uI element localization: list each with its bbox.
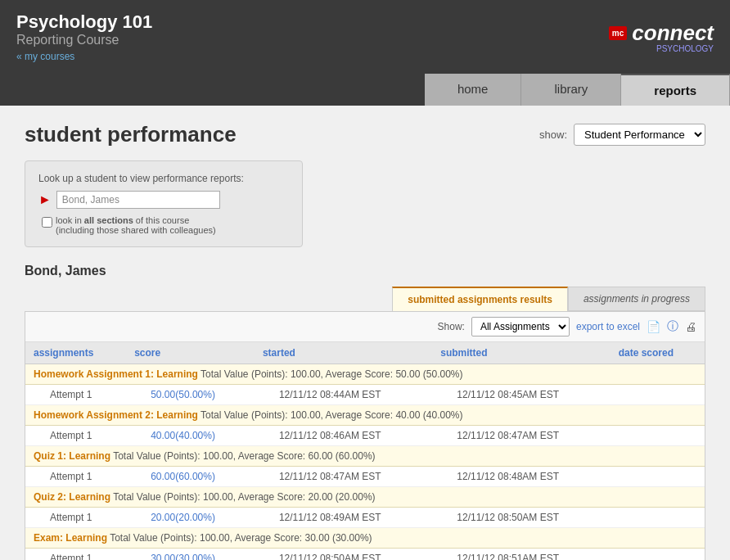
attempt-score: 50.00(50.00%) [126,385,255,405]
assignment-row: Exam: Learning Total Value (Points): 100… [25,528,705,549]
tab-progress-label: assignments in progress [584,293,690,305]
col-submitted: submitted [432,342,610,364]
score-link[interactable]: 60.00(60.00%) [151,471,215,482]
col-started: started [255,342,432,364]
header: Psychology 101 Reporting Course « my cou… [0,0,730,74]
tab-reports[interactable]: reports [621,74,730,106]
toolbar-show-label: Show: [438,321,465,332]
col-assignments: assignments [25,342,126,364]
attempt-started: 12/11/12 08:44AM EST [255,385,432,405]
print-icon[interactable]: 🖨 [685,320,696,333]
col-date-scored: date scored [611,342,705,364]
assignment-info: Total Value (Points): 100.00, Average Sc… [113,450,375,462]
attempt-submitted: 12/11/12 08:47AM EST [432,426,610,446]
assignment-info: Total Value (Points): 100.00, Average Sc… [201,409,462,421]
score-link[interactable]: 50.00(50.00%) [151,389,215,400]
attempt-label: Attempt 1 [25,549,126,561]
course-subtitle: Reporting Course [16,33,152,47]
assignment-info: Total Value (Points): 100.00, Average Sc… [110,532,372,544]
lookup-input-row: ► [38,191,289,209]
main-content: student performance show: Student Perfor… [0,106,730,560]
tab-submitted-assignments[interactable]: submitted assignments results [392,287,568,311]
attempt-date-scored [611,508,705,528]
attempt-label: Attempt 1 [25,508,126,528]
attempt-started: 12/11/12 08:50AM EST [255,549,432,561]
all-sections-checkbox[interactable] [42,217,52,228]
student-lookup-input[interactable] [56,191,220,209]
page-title-row: student performance show: Student Perfor… [25,122,705,147]
lookup-label: Look up a student to view performance re… [38,173,289,184]
attempt-row: Attempt 1 50.00(50.00%) 12/11/12 08:44AM… [25,385,705,405]
tab-library[interactable]: library [521,74,621,106]
result-tabs: submitted assignments results assignment… [25,287,705,311]
lookup-checkbox-label: look in all sections of this course(incl… [56,215,216,235]
assignment-link[interactable]: Exam: Learning [34,532,107,544]
connect-logo-sub: PSYCHOLOGY [656,44,714,53]
attempt-submitted: 12/11/12 08:50AM EST [432,508,610,528]
col-score: score [126,342,255,364]
attempt-label: Attempt 1 [25,426,126,446]
attempt-score: 30.00(30.00%) [126,549,255,561]
score-link[interactable]: 30.00(30.00%) [151,553,215,560]
tab-home[interactable]: home [425,74,522,106]
show-label: show: [539,129,567,141]
attempt-submitted: 12/11/12 08:45AM EST [432,385,610,405]
performance-table: assignments score started submitted date… [25,342,705,560]
page-title: student performance [25,122,237,147]
assignment-row: Quiz 2: Learning Total Value (Points): 1… [25,487,705,508]
connect-logo: mc connect [609,20,714,46]
lookup-box: Look up a student to view performance re… [25,160,303,247]
attempt-score: 60.00(60.00%) [126,467,255,487]
show-select[interactable]: Student Performance Assignment Results C… [574,124,705,146]
attempt-started: 12/11/12 08:49AM EST [255,508,432,528]
assignment-row: Quiz 1: Learning Total Value (Points): 1… [25,446,705,467]
attempt-date-scored [611,467,705,487]
assignment-link[interactable]: Quiz 2: Learning [34,491,110,503]
attempt-score: 20.00(20.00%) [126,508,255,528]
attempt-row: Attempt 1 20.00(20.00%) 12/11/12 08:49AM… [25,508,705,528]
attempt-date-scored [611,385,705,405]
assignment-row: Homework Assignment 2: Learning Total Va… [25,405,705,426]
course-title: Psychology 101 [16,11,152,33]
attempt-row: Attempt 1 30.00(30.00%) 12/11/12 08:50AM… [25,549,705,561]
assignment-info: Total Value (Points): 100.00, Average Sc… [113,491,375,503]
assignments-filter-select[interactable]: All Assignments Homework Quizzes Exams [471,317,570,336]
tab-assignments-in-progress[interactable]: assignments in progress [568,287,705,311]
attempt-started: 12/11/12 08:47AM EST [255,467,432,487]
assignment-link[interactable]: Homework Assignment 1: Learning [34,368,198,380]
nav-bar: home library reports [0,74,730,106]
assignment-link[interactable]: Homework Assignment 2: Learning [34,409,198,421]
attempt-submitted: 12/11/12 08:51AM EST [432,549,610,561]
assignment-row: Homework Assignment 1: Learning Total Va… [25,364,705,385]
export-excel-icon[interactable]: 📄 [647,320,660,333]
attempt-row: Attempt 1 40.00(40.00%) 12/11/12 08:46AM… [25,426,705,446]
attempt-row: Attempt 1 60.00(60.00%) 12/11/12 08:47AM… [25,467,705,487]
show-row: show: Student Performance Assignment Res… [539,124,705,146]
logo-wrapper: mc connect PSYCHOLOGY [609,20,714,53]
logo-box-icon: mc [609,26,627,40]
attempt-started: 12/11/12 08:46AM EST [255,426,432,446]
my-courses-link[interactable]: « my courses [16,51,152,62]
score-link[interactable]: 40.00(40.00%) [151,430,215,441]
attempt-label: Attempt 1 [25,467,126,487]
info-icon[interactable]: ⓘ [667,319,678,334]
attempt-score: 40.00(40.00%) [126,426,255,446]
table-container: Show: All Assignments Homework Quizzes E… [25,311,705,560]
assignment-link[interactable]: Quiz 1: Learning [34,450,110,462]
attempt-label: Attempt 1 [25,385,126,405]
lookup-arrow-icon: ► [38,192,52,207]
assignment-info: Total Value (Points): 100.00, Average Sc… [201,368,462,380]
table-toolbar: Show: All Assignments Homework Quizzes E… [25,312,705,342]
student-name: Bond, James [25,264,705,278]
connect-logo-text: connect [632,20,714,46]
score-link[interactable]: 20.00(20.00%) [151,512,215,523]
attempt-date-scored [611,549,705,561]
lookup-checkbox-row: look in all sections of this course(incl… [42,215,289,235]
attempt-date-scored [611,426,705,446]
attempt-submitted: 12/11/12 08:48AM EST [432,467,610,487]
header-left: Psychology 101 Reporting Course « my cou… [16,11,152,62]
table-header-row: assignments score started submitted date… [25,342,705,364]
export-excel-link[interactable]: export to excel [576,321,640,332]
